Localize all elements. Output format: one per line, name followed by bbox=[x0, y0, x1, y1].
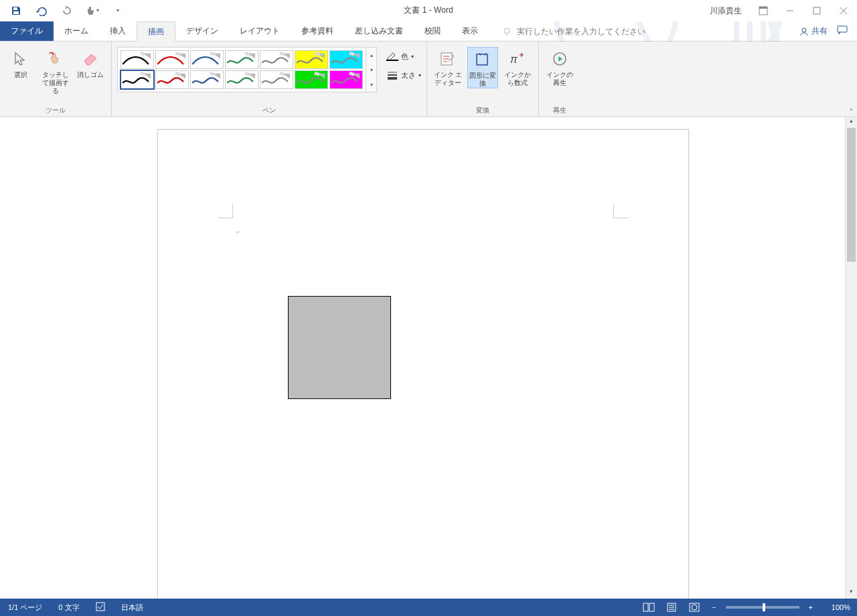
eraser-button[interactable]: 消しゴム bbox=[75, 47, 106, 79]
status-language[interactable]: 日本語 bbox=[113, 603, 151, 613]
web-layout-icon[interactable] bbox=[686, 601, 702, 614]
zoom-out-button[interactable]: − bbox=[709, 603, 718, 611]
share-icon bbox=[799, 27, 809, 36]
pen-swatch[interactable] bbox=[190, 50, 224, 69]
comments-icon[interactable] bbox=[837, 25, 848, 37]
tab-references[interactable]: 参考資料 bbox=[291, 21, 344, 41]
title-bar: ▾ ▾ 文書 1 ‐ Word 川添貴生 bbox=[0, 0, 857, 21]
minimize-icon[interactable] bbox=[781, 1, 799, 20]
pen-swatch[interactable] bbox=[295, 50, 328, 69]
svg-rect-7 bbox=[13, 7, 17, 10]
pen-color-button[interactable]: 色▾ bbox=[386, 50, 421, 63]
touch-mode-icon[interactable]: ▾ bbox=[86, 4, 99, 17]
pen-weight-icon bbox=[386, 70, 398, 80]
status-word-count[interactable]: 0 文字 bbox=[50, 603, 87, 613]
group-pen: ▴▾▾ 色▾ 太さ▾ ペン bbox=[112, 42, 427, 117]
pen-gallery[interactable] bbox=[117, 47, 366, 92]
group-convert: インク エディター 図形に変換 π インクから数式 変換 bbox=[427, 42, 539, 117]
tell-me-search[interactable] bbox=[502, 21, 649, 41]
document-page[interactable]: ⌐ bbox=[157, 129, 689, 599]
quick-access-toolbar: ▾ ▾ bbox=[0, 4, 125, 17]
zoom-in-button[interactable]: + bbox=[806, 603, 815, 611]
svg-rect-28 bbox=[210, 72, 216, 76]
ribbon-display-options-icon[interactable] bbox=[754, 1, 773, 20]
scroll-thumb[interactable] bbox=[847, 128, 856, 262]
pen-swatch[interactable] bbox=[155, 70, 189, 89]
zoom-level[interactable]: 100% bbox=[822, 603, 850, 611]
group-convert-label: 変換 bbox=[476, 103, 489, 117]
redo-icon[interactable] bbox=[60, 4, 74, 17]
svg-rect-8 bbox=[13, 11, 19, 14]
svg-rect-26 bbox=[140, 72, 146, 76]
pen-swatch[interactable] bbox=[225, 70, 258, 89]
pen-swatch[interactable] bbox=[295, 70, 328, 89]
status-proofing-icon[interactable] bbox=[88, 602, 113, 613]
svg-rect-21 bbox=[210, 52, 216, 56]
tab-insert[interactable]: 挿入 bbox=[99, 21, 137, 41]
share-button[interactable]: 共有 bbox=[799, 25, 828, 37]
svg-point-49 bbox=[692, 605, 697, 610]
svg-rect-41 bbox=[96, 603, 104, 611]
vertical-scrollbar[interactable]: ▴ ▾ bbox=[845, 117, 857, 599]
collapse-ribbon-icon[interactable]: ˄ bbox=[850, 108, 853, 115]
ink-replay-button[interactable]: インクの再生 bbox=[544, 47, 575, 87]
tab-home[interactable]: ホーム bbox=[54, 21, 99, 41]
svg-rect-25 bbox=[349, 52, 355, 56]
select-button[interactable]: 選択 bbox=[5, 47, 36, 79]
tab-file[interactable]: ファイル bbox=[0, 21, 54, 41]
save-icon[interactable] bbox=[9, 4, 23, 17]
group-replay: インクの再生 再生 bbox=[539, 42, 580, 117]
ink-editor-icon bbox=[439, 50, 457, 68]
qat-customize-icon[interactable]: ▾ bbox=[111, 4, 125, 17]
pen-weight-button[interactable]: 太さ▾ bbox=[386, 68, 421, 82]
pen-gallery-expand[interactable]: ▴▾▾ bbox=[366, 47, 377, 92]
tab-review[interactable]: 校閲 bbox=[414, 21, 451, 41]
pen-swatch[interactable] bbox=[121, 70, 154, 89]
tab-view[interactable]: 表示 bbox=[451, 21, 489, 41]
tab-draw[interactable]: 描画 bbox=[137, 21, 175, 42]
status-bar: 1/1 ページ 0 文字 日本語 − + 100% bbox=[0, 599, 857, 616]
svg-rect-42 bbox=[643, 603, 648, 611]
svg-point-15 bbox=[504, 28, 510, 33]
drawn-rectangle-shape[interactable] bbox=[288, 296, 391, 399]
close-icon[interactable] bbox=[834, 1, 853, 20]
account-name[interactable]: 川添貴生 bbox=[710, 5, 742, 17]
pen-swatch[interactable] bbox=[225, 50, 258, 69]
undo-icon[interactable] bbox=[35, 4, 48, 17]
lightbulb-icon bbox=[502, 27, 512, 36]
maximize-icon[interactable] bbox=[807, 1, 826, 20]
tab-mailings[interactable]: 差し込み文書 bbox=[344, 21, 414, 41]
finger-draw-icon bbox=[46, 50, 65, 68]
scroll-down-icon[interactable]: ▾ bbox=[846, 588, 857, 599]
svg-rect-22 bbox=[244, 52, 250, 56]
zoom-slider[interactable] bbox=[726, 606, 799, 609]
status-page[interactable]: 1/1 ページ bbox=[0, 603, 50, 613]
pen-swatch[interactable] bbox=[155, 50, 189, 69]
ink-to-shape-button[interactable]: 図形に変換 bbox=[467, 47, 498, 88]
ink-editor-button[interactable]: インク エディター bbox=[433, 47, 463, 87]
print-layout-icon[interactable] bbox=[664, 601, 680, 614]
pen-swatch[interactable] bbox=[260, 70, 293, 89]
pen-swatch[interactable] bbox=[121, 50, 154, 69]
svg-rect-10 bbox=[759, 7, 767, 9]
margin-marker bbox=[613, 204, 628, 218]
pen-swatch[interactable] bbox=[329, 50, 363, 69]
tab-layout[interactable]: レイアウト bbox=[229, 21, 291, 41]
touch-draw-button[interactable]: タッチして描画する bbox=[40, 47, 71, 95]
scroll-up-icon[interactable]: ▴ bbox=[846, 117, 857, 128]
read-mode-icon[interactable] bbox=[641, 601, 657, 614]
cursor-icon bbox=[11, 50, 30, 68]
pen-swatch[interactable] bbox=[260, 50, 293, 69]
pen-swatch[interactable] bbox=[190, 70, 224, 89]
ink-to-math-icon: π bbox=[508, 50, 527, 68]
svg-rect-30 bbox=[279, 72, 285, 76]
svg-rect-19 bbox=[140, 52, 146, 56]
tell-me-input[interactable] bbox=[516, 26, 649, 37]
text-cursor: ⌐ bbox=[236, 228, 240, 236]
pen-swatch[interactable] bbox=[329, 70, 363, 89]
pen-color-icon bbox=[386, 52, 398, 61]
tab-design[interactable]: デザイン bbox=[175, 21, 229, 41]
ink-to-math-button[interactable]: π インクから数式 bbox=[502, 47, 533, 87]
svg-rect-27 bbox=[175, 72, 181, 76]
svg-rect-33 bbox=[386, 60, 398, 61]
